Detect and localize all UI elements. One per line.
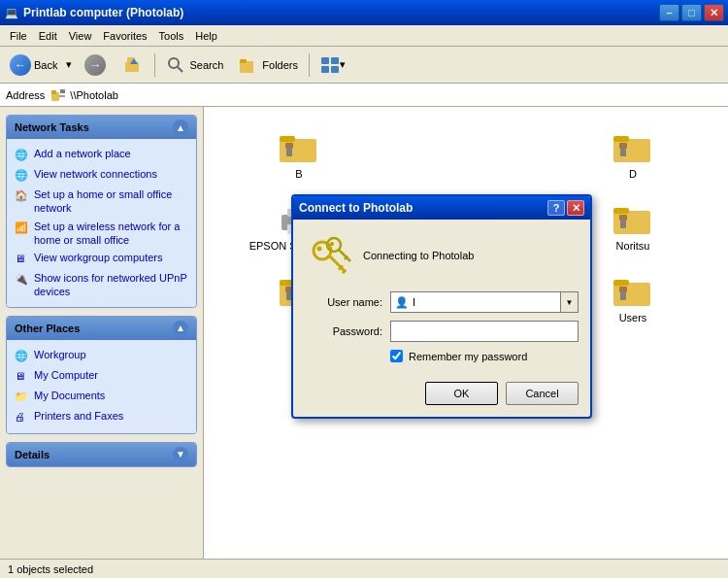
dialog-buttons: OK Cancel bbox=[305, 374, 579, 405]
network-tasks-label: Network Tasks bbox=[15, 121, 89, 133]
svg-point-3 bbox=[169, 58, 179, 68]
search-label: Search bbox=[189, 59, 223, 71]
folders-button[interactable]: Folders bbox=[232, 52, 305, 78]
other-places-collapse[interactable]: ▲ bbox=[173, 321, 188, 336]
printers-icon: 🖨 bbox=[15, 410, 30, 425]
menu-help[interactable]: Help bbox=[189, 28, 223, 44]
folder-d[interactable]: D bbox=[553, 122, 712, 187]
setup-home-icon: 🏠 bbox=[15, 188, 30, 204]
view-workgroup-link[interactable]: 🖥 View workgroup computers bbox=[11, 249, 192, 269]
menu-tools[interactable]: Tools bbox=[153, 28, 190, 44]
remember-label[interactable]: Remember my password bbox=[409, 351, 527, 362]
status-bar: 1 objects selected bbox=[0, 559, 728, 578]
folder-noritsu-label: Noritsu bbox=[616, 240, 650, 252]
menu-file[interactable]: File bbox=[4, 28, 33, 44]
svg-point-49 bbox=[317, 247, 322, 252]
connect-dialog: Connect to Photolab ? ✕ Connecting to Ph… bbox=[291, 194, 592, 419]
show-upnp-link[interactable]: 🔌 Show icons for networked UPnP devices bbox=[11, 269, 192, 301]
folders-icon bbox=[239, 56, 258, 74]
other-places-section: Other Places ▲ 🌐 Workgroup 🖥 My Computer… bbox=[6, 316, 197, 434]
search-icon bbox=[166, 55, 185, 75]
other-places-content: 🌐 Workgroup 🖥 My Computer 📁 My Documents… bbox=[7, 340, 196, 433]
svg-rect-10 bbox=[331, 66, 339, 73]
up-icon bbox=[124, 55, 144, 75]
remember-checkbox[interactable] bbox=[390, 350, 403, 362]
folders-label: Folders bbox=[262, 59, 298, 71]
my-documents-link[interactable]: 📁 My Documents bbox=[11, 387, 192, 407]
dialog-close-button[interactable]: ✕ bbox=[567, 200, 584, 216]
network-tasks-collapse[interactable]: ▲ bbox=[173, 119, 188, 135]
username-label: User name: bbox=[305, 296, 382, 308]
view-network-connections-link[interactable]: 🌐 View network connections bbox=[11, 165, 192, 186]
username-dropdown-arrow[interactable]: ▼ bbox=[560, 292, 578, 312]
dialog-title-bar: Connect to Photolab ? ✕ bbox=[293, 196, 590, 220]
folder-b[interactable]: B bbox=[219, 122, 379, 187]
add-network-place-link[interactable]: 🌐 Add a network place bbox=[11, 145, 192, 165]
dialog-subtitle: Connecting to Photolab bbox=[363, 250, 474, 261]
password-input[interactable] bbox=[390, 321, 579, 342]
folder-d-icon bbox=[612, 129, 654, 164]
printers-faxes-link[interactable]: 🖨 Printers and Faxes bbox=[11, 407, 192, 427]
forward-icon: → bbox=[84, 54, 106, 76]
dialog-body: Connecting to Photolab User name: 👤 I ▼ … bbox=[293, 220, 590, 417]
username-input-container: 👤 I ▼ bbox=[390, 291, 579, 313]
setup-wireless-link[interactable]: 📶 Set up a wireless network for a home o… bbox=[11, 218, 192, 250]
username-input[interactable]: 👤 I bbox=[391, 292, 560, 312]
svg-rect-19 bbox=[286, 149, 292, 156]
svg-rect-22 bbox=[619, 143, 627, 149]
svg-rect-15 bbox=[280, 139, 316, 162]
details-collapse[interactable]: ▼ bbox=[173, 447, 188, 462]
toolbar: ← Back ▾ → Search Folders bbox=[0, 47, 728, 84]
back-icon: ← bbox=[10, 54, 31, 76]
dialog-form: User name: 👤 I ▼ Password: Remember my p… bbox=[305, 291, 579, 362]
dialog-help-button[interactable]: ? bbox=[547, 200, 565, 216]
search-button[interactable]: Search bbox=[159, 51, 230, 79]
svg-rect-30 bbox=[613, 211, 650, 234]
my-computer-link[interactable]: 🖥 My Computer bbox=[11, 366, 192, 387]
cancel-button[interactable]: Cancel bbox=[506, 382, 579, 405]
folder-noritsu-icon bbox=[612, 201, 654, 236]
maximize-button[interactable]: □ bbox=[681, 4, 702, 21]
view-workgroup-icon: 🖥 bbox=[15, 252, 30, 267]
add-network-icon: 🌐 bbox=[15, 148, 30, 163]
address-label: Address bbox=[6, 89, 45, 101]
svg-rect-8 bbox=[331, 57, 339, 64]
minimize-button[interactable]: – bbox=[659, 4, 679, 21]
svg-rect-17 bbox=[285, 143, 293, 149]
address-network-icon bbox=[50, 88, 66, 102]
menu-edit[interactable]: Edit bbox=[33, 28, 63, 44]
password-row: Password: bbox=[305, 321, 579, 342]
close-button[interactable]: ✕ bbox=[704, 4, 724, 21]
back-dropdown-icon: ▾ bbox=[66, 58, 72, 71]
other-places-header[interactable]: Other Places ▲ bbox=[7, 317, 196, 340]
setup-wireless-icon: 📶 bbox=[15, 221, 30, 236]
views-button[interactable]: ▾ bbox=[314, 52, 352, 78]
ok-button[interactable]: OK bbox=[425, 382, 498, 405]
details-label: Details bbox=[15, 449, 50, 460]
menu-favorites[interactable]: Favorites bbox=[97, 28, 152, 44]
details-section: Details ▼ bbox=[6, 442, 197, 467]
back-dropdown-button[interactable]: ▾ bbox=[63, 54, 76, 75]
status-text: 1 objects selected bbox=[8, 563, 93, 575]
toolbar-separator-1 bbox=[154, 53, 155, 77]
svg-rect-34 bbox=[620, 221, 626, 228]
setup-home-network-link[interactable]: 🏠 Set up a home or small office network bbox=[11, 186, 192, 218]
user-small-icon: 👤 bbox=[395, 296, 409, 309]
back-forward-group: ← Back ▾ bbox=[4, 51, 76, 80]
workgroup-link[interactable]: 🌐 Workgroup bbox=[11, 346, 192, 366]
svg-rect-21 bbox=[613, 136, 629, 142]
back-button[interactable]: ← Back bbox=[4, 51, 63, 80]
details-header[interactable]: Details ▼ bbox=[7, 443, 196, 466]
dialog-keys-icon bbox=[305, 231, 353, 280]
password-label: Password: bbox=[305, 325, 382, 337]
folder-b-label: B bbox=[295, 168, 302, 180]
menu-view[interactable]: View bbox=[63, 28, 98, 44]
folder-users-label: Users bbox=[619, 312, 647, 323]
up-button[interactable] bbox=[117, 51, 150, 79]
toolbar-separator-2 bbox=[309, 53, 310, 77]
forward-button[interactable]: → bbox=[78, 51, 116, 80]
network-tasks-header[interactable]: Network Tasks ▲ bbox=[7, 116, 196, 139]
svg-rect-31 bbox=[613, 208, 629, 214]
svg-rect-12 bbox=[51, 90, 56, 94]
dialog-title: Connect to Photolab bbox=[299, 201, 546, 215]
